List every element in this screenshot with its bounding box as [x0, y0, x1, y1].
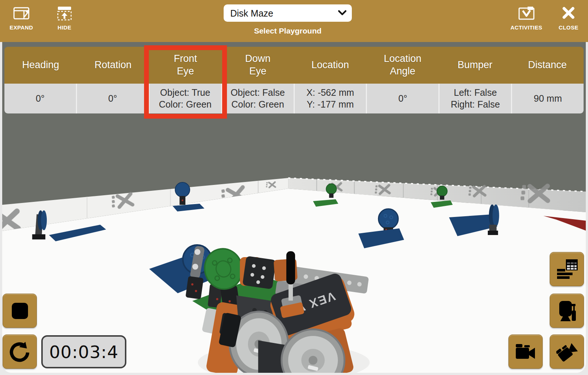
activities-label: ACTIVITIES: [510, 24, 542, 31]
select-playground-caption: Select Playground: [224, 27, 352, 35]
activities-icon: [518, 6, 535, 21]
header-line: Distance: [528, 59, 567, 71]
value-line: Object: True: [160, 87, 210, 98]
robot-camera-button[interactable]: [550, 294, 584, 328]
column-header-distance: Distance: [511, 47, 584, 84]
robot-camera-icon: [556, 300, 578, 322]
stop-button[interactable]: [3, 294, 37, 328]
reset-icon: [9, 341, 31, 362]
playground-select-wrap: Disk Maze: [224, 4, 352, 22]
column-header-down-eye: Down Eye: [222, 47, 294, 84]
video-camera-icon: [515, 341, 536, 362]
tilted-camera-icon: [556, 341, 578, 362]
column-header-bumper: Bumper: [439, 47, 511, 84]
video-camera-button[interactable]: [508, 334, 543, 369]
activities-button[interactable]: ACTIVITIES: [508, 4, 545, 32]
value-line: X: -562 mm: [307, 87, 354, 98]
tilted-camera-button[interactable]: [550, 334, 584, 369]
top-toolbar: EXPAND HIDE Disk Maze Select Playground: [0, 0, 588, 42]
vexcode-vr-app: VEX VR: [0, 0, 588, 375]
header-line: Eye: [177, 65, 194, 78]
header-line: Bumper: [458, 59, 493, 71]
header-line: Heading: [22, 59, 59, 71]
header-line: Eye: [249, 65, 266, 78]
header-line: Location: [311, 59, 349, 71]
value-distance: 90 mm: [511, 84, 584, 113]
value-location-angle: 0°: [366, 84, 438, 113]
header-line: Location: [384, 53, 421, 65]
value-front-eye: Object: True Color: Green: [148, 84, 221, 113]
hide-label: HIDE: [57, 24, 71, 31]
header-line: Front: [174, 53, 197, 65]
dashboard-toggle-button[interactable]: [550, 252, 584, 286]
header-line: Down: [245, 53, 270, 65]
value-line: 90 mm: [534, 93, 562, 104]
close-button[interactable]: CLOSE: [556, 4, 581, 32]
sensor-table-header: Heading Rotation Front Eye Down Eye Loca…: [4, 47, 584, 84]
playground-select[interactable]: Disk Maze: [224, 4, 352, 22]
expand-button[interactable]: EXPAND: [7, 4, 35, 32]
value-heading: 0°: [4, 84, 76, 113]
reset-button[interactable]: [3, 334, 37, 369]
value-bumper: Left: False Right: False: [438, 84, 511, 113]
value-location: X: -562 mm Y: -177 mm: [294, 84, 366, 113]
header-line: Rotation: [94, 59, 132, 71]
close-label: CLOSE: [559, 24, 578, 31]
value-line: 0°: [398, 93, 407, 104]
column-header-location: Location: [294, 47, 367, 84]
value-line: Color: Green: [231, 99, 284, 110]
header-line: Angle: [390, 65, 415, 78]
value-line: Left: False: [454, 87, 497, 98]
expand-icon: [13, 6, 30, 21]
value-line: 0°: [108, 93, 117, 104]
value-line: Color: Green: [159, 99, 211, 110]
value-rotation: 0°: [76, 84, 148, 113]
value-down-eye: Object: False Color: Green: [221, 84, 294, 113]
timer-display: 00:03:4: [41, 335, 126, 368]
sensor-dashboard: Heading Rotation Front Eye Down Eye Loca…: [4, 47, 584, 113]
dashboard-icon: [556, 259, 578, 280]
close-icon: [561, 6, 576, 21]
value-line: Right: False: [451, 99, 500, 110]
value-line: Object: False: [231, 87, 285, 98]
value-line: 0°: [36, 93, 45, 104]
expand-label: EXPAND: [10, 24, 33, 31]
hide-icon: [56, 6, 73, 21]
stop-icon: [11, 302, 29, 320]
column-header-rotation: Rotation: [77, 47, 150, 84]
column-header-location-angle: Location Angle: [367, 47, 439, 84]
hide-button[interactable]: HIDE: [54, 4, 75, 32]
column-header-front-eye: Front Eye: [149, 47, 222, 84]
sensor-table-values-row: 0° 0° Object: True Color: Green Object: …: [4, 84, 584, 113]
column-header-heading: Heading: [4, 47, 77, 84]
value-line: Y: -177 mm: [307, 99, 354, 110]
